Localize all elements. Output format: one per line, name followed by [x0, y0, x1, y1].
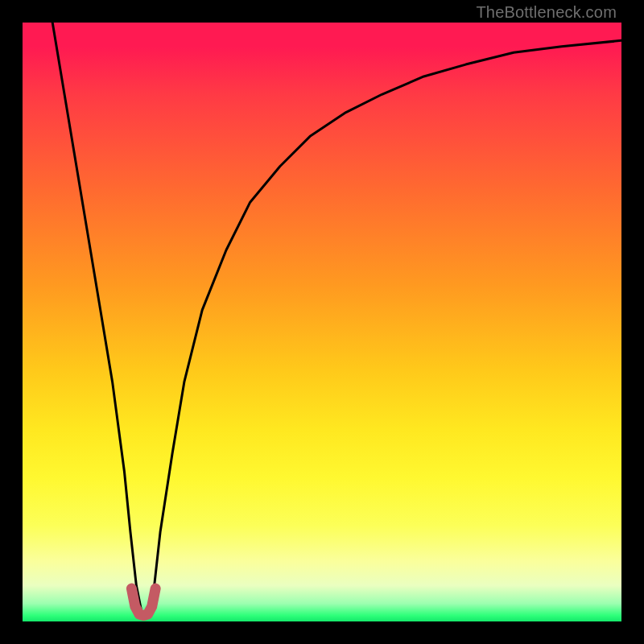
chart-frame: TheBottleneck.com: [0, 0, 644, 644]
chart-svg: [23, 23, 621, 621]
trough-u-shape: [131, 588, 155, 615]
plot-area: [23, 23, 621, 621]
trough-marker: [131, 588, 155, 615]
attribution-text: TheBottleneck.com: [476, 3, 617, 22]
curve-line: [52, 23, 621, 616]
bottleneck-curve: [52, 23, 621, 616]
